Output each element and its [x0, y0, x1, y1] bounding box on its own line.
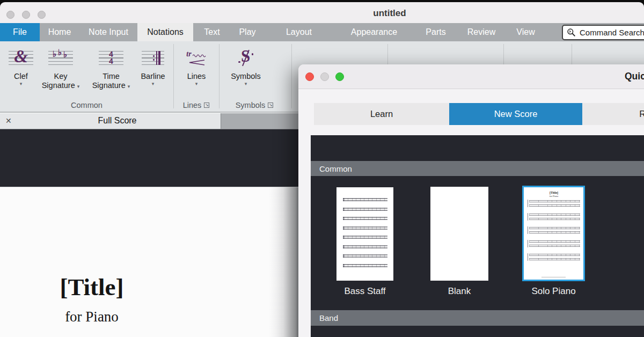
barline-button[interactable]: Barline ▾ [133, 44, 173, 87]
barline-icon [133, 44, 173, 72]
main-window-titlebar: untitled [0, 2, 644, 23]
window-title: untitled [352, 8, 427, 19]
zoom-window-icon[interactable] [38, 11, 46, 19]
command-search-input[interactable]: Command Search [562, 25, 644, 40]
lines-dialog-launcher-icon[interactable]: ↘ [204, 102, 209, 108]
section-header-common: Common [311, 161, 644, 176]
close-window-icon[interactable] [6, 11, 14, 19]
key-signature-button[interactable]: ♭ ♭ ♭ Key Signature ▾ [34, 44, 87, 90]
ribbon-tab-text[interactable]: Text [193, 23, 231, 41]
template-browser: Common [Title] for Piano [311, 135, 644, 337]
lines-icon: tr [176, 44, 217, 72]
dialog-minimize-icon[interactable] [320, 72, 329, 81]
section-header-band: Band [311, 310, 644, 326]
search-icon [567, 28, 576, 37]
dialog-zoom-icon[interactable] [335, 72, 344, 81]
ribbon-tab-note-input[interactable]: Note Input [79, 23, 137, 41]
chevron-down-icon[interactable]: ▾ [128, 84, 130, 89]
chevron-down-icon[interactable]: ▾ [176, 81, 217, 87]
time-signature-button[interactable]: 44 Time Signature ▾ [85, 44, 137, 90]
score-page[interactable]: [Title] for Piano [0, 187, 298, 337]
chevron-down-icon[interactable]: ▾ [133, 81, 173, 87]
screen: untitled File Home Note Input Notations … [0, 0, 644, 337]
template-card-bass-staff[interactable] [336, 187, 393, 281]
ribbon-tab-strip: File Home Note Input Notations Text Play… [0, 23, 644, 41]
score-subtitle: for Piano [0, 309, 184, 325]
symbols-dialog-launcher-icon[interactable]: ↘ [268, 102, 273, 108]
chevron-down-icon[interactable]: ▾ [4, 81, 38, 87]
chevron-down-icon[interactable]: ▾ [223, 81, 269, 87]
ribbon-tab-layout[interactable]: Layout [264, 23, 334, 41]
ribbon-tab-view[interactable]: View [506, 23, 546, 41]
template-card-blank[interactable] [430, 187, 488, 281]
key-signature-icon: ♭ ♭ ♭ [34, 44, 87, 72]
chevron-down-icon[interactable]: ▾ [77, 84, 80, 89]
dialog-title: Quick Start [625, 71, 644, 82]
ribbon-tab-review[interactable]: Review [457, 23, 506, 41]
clef-icon: & [4, 44, 38, 72]
ribbon-tab-file[interactable]: File [0, 23, 40, 41]
ribbon-tab-notations[interactable]: Notations [137, 23, 193, 41]
document-tab-full-score[interactable]: Full Score [0, 116, 235, 126]
tab-new-score[interactable]: New Score [449, 103, 582, 125]
time-signature-icon: 44 [85, 44, 137, 72]
template-label-solo-piano: Solo Piano [510, 286, 597, 298]
dialog-titlebar: Quick Start [298, 64, 644, 89]
minimize-window-icon[interactable] [22, 11, 30, 19]
bass-staff-preview [336, 187, 393, 267]
ribbon-tab-play[interactable]: Play [231, 23, 264, 41]
tab-recent[interactable]: Recent [582, 103, 644, 125]
group-label-symbols: Symbols ↘ [219, 101, 290, 109]
symbols-button[interactable]: S Symbols ▾ [223, 44, 269, 87]
template-card-solo-piano[interactable]: [Title] for Piano [522, 186, 585, 281]
ribbon-tab-parts[interactable]: Parts [414, 23, 457, 41]
template-label-blank: Blank [418, 286, 501, 298]
ribbon-tab-home[interactable]: Home [40, 23, 79, 41]
clef-button[interactable]: & Clef ▾ [4, 44, 38, 87]
template-label-bass-staff: Bass Staff [323, 286, 407, 298]
quick-start-dialog: Quick Start Learn New Score Recent Commo… [298, 64, 644, 337]
search-placeholder: Command Search [580, 28, 644, 37]
group-label-lines: Lines ↘ [173, 101, 219, 109]
segno-icon: S [223, 44, 269, 72]
dialog-close-icon[interactable] [305, 72, 314, 81]
solo-piano-preview: [Title] for Piano [524, 187, 583, 280]
ribbon-tab-appearance[interactable]: Appearance [334, 23, 414, 41]
group-label-common: Common [0, 101, 173, 109]
tab-learn[interactable]: Learn [314, 103, 449, 125]
score-title: [Title] [0, 273, 184, 301]
lines-button[interactable]: tr Lines ▾ [176, 44, 217, 87]
